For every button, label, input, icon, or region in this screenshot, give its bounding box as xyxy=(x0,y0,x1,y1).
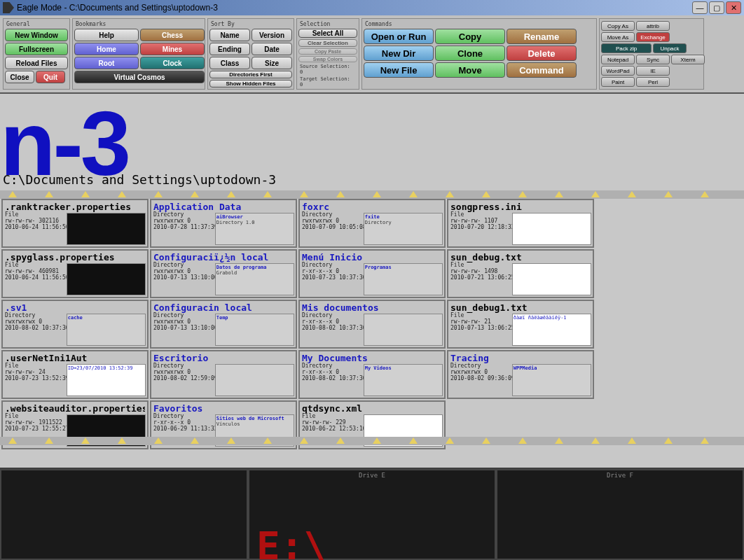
tile-name: .spyglass.properties xyxy=(5,252,145,262)
clear-selection-button[interactable]: Clear Selection xyxy=(298,39,357,47)
file-tile[interactable]: songpress.iniFilerw-rw-rw- 11072010-07-2… xyxy=(447,199,594,248)
main-view[interactable]: n-3 C:\Documents and Settings\uptodown-3… xyxy=(0,94,744,468)
chess-button[interactable]: Chess xyxy=(140,29,205,41)
tile-name: Configuraciï¿½n local xyxy=(153,252,294,262)
tile-name: Escritorio xyxy=(153,353,294,363)
dirs-first-toggle[interactable]: Directories First xyxy=(209,71,292,78)
new-dir-button[interactable]: New Dir xyxy=(364,46,434,61)
xterm-button[interactable]: Xterm xyxy=(671,55,705,64)
command-button[interactable]: Command xyxy=(507,62,577,78)
home-button[interactable]: Home xyxy=(74,43,139,55)
tile-preview: Datos de programaGrabold xyxy=(215,263,294,295)
copy-as-button[interactable]: Copy As xyxy=(601,21,635,31)
tile-name: Menú Inicio xyxy=(302,252,442,262)
file-tile[interactable]: Configuracin localDirectoryrwxrwxrwx 020… xyxy=(150,300,297,349)
tile-preview xyxy=(67,213,146,245)
sort-date-button[interactable]: Date xyxy=(252,43,292,55)
file-grid: .ranktracker.propertiesFilerw-rw-rw- 302… xyxy=(0,199,744,449)
file-tile[interactable]: sun_debug1.txtFilerw-rw-rw- 212010-07-13… xyxy=(447,300,594,349)
drive-label: Drive F xyxy=(497,472,743,479)
root-button[interactable]: Root xyxy=(74,57,139,69)
perl-button[interactable]: Perl xyxy=(636,77,670,87)
sort-version-button[interactable]: Version xyxy=(252,29,292,41)
open-run-button[interactable]: Open or Run xyxy=(364,29,434,44)
tile-preview xyxy=(512,213,591,245)
tile-preview: ðàæï ñäëàæëâàïëÿ-1 xyxy=(512,314,591,346)
copy-paste-button[interactable]: Copy Paste xyxy=(298,48,357,55)
close-button[interactable]: Close xyxy=(5,71,34,83)
sort-size-button[interactable]: Size xyxy=(252,57,292,69)
file-tile[interactable]: .userNetIni1AutFilerw-rw-rw- 242010-07-2… xyxy=(1,350,149,399)
group-label: Commands xyxy=(364,21,595,27)
help-button[interactable]: Help xyxy=(74,29,139,41)
tile-name: songpress.ini xyxy=(450,202,591,212)
select-all-button[interactable]: Select All xyxy=(298,29,357,38)
group-label: Bookmarks xyxy=(74,21,203,27)
file-tile[interactable]: Mis documentosDirectoryr-xr-x--x 02010-0… xyxy=(298,300,446,349)
swap-button[interactable]: Swap Colors xyxy=(298,56,357,62)
sort-class-button[interactable]: Class xyxy=(209,57,250,69)
attrib-button[interactable]: attrib xyxy=(636,21,670,31)
tile-name: sun_debug.txt xyxy=(450,252,591,262)
tile-preview: My Videos xyxy=(364,364,443,396)
file-tile[interactable]: .sv1Directoryrwxrwxrwx 02010-08-02 10:37… xyxy=(1,300,149,349)
file-tile[interactable]: sun_debug.txtFilerw-rw-rw- 14982010-07-2… xyxy=(447,249,594,298)
drive-tile[interactable]: Drive F xyxy=(496,469,744,560)
unpack-button[interactable]: Unpack xyxy=(653,43,687,53)
file-tile[interactable]: Menú InicioDirectoryr-xr-x--x 02010-07-2… xyxy=(298,249,446,298)
sync-button[interactable]: Sync xyxy=(636,55,670,64)
file-tile[interactable]: .ranktracker.propertiesFilerw-rw-rw- 302… xyxy=(1,199,149,248)
group-label: Sort By xyxy=(209,21,292,27)
move-button[interactable]: Move xyxy=(435,62,505,78)
close-window-button[interactable]: ✕ xyxy=(726,1,741,14)
delete-button[interactable]: Delete xyxy=(507,46,577,61)
paint-button[interactable]: Paint xyxy=(601,77,635,87)
new-file-button[interactable]: New File xyxy=(364,62,434,78)
move-as-button[interactable]: Move As xyxy=(601,32,635,42)
tile-preview: WPPMedia xyxy=(512,364,591,396)
notepad-button[interactable]: Notepad xyxy=(601,55,635,64)
reload-button[interactable]: Reload Files xyxy=(5,57,68,69)
maximize-button[interactable]: ▢ xyxy=(709,1,724,14)
virtual-cosmos-button[interactable]: Virtual Cosmos xyxy=(74,71,205,83)
separator-arrows xyxy=(0,437,744,445)
tb-group-window: General New Window Fullscreen Reload Fil… xyxy=(3,18,70,90)
tb-group-nav: Bookmarks Help Chess Home Mines Root Clo… xyxy=(72,18,205,90)
file-tile[interactable]: TracingDirectoryrwxrwxrwx 02010-08-02 09… xyxy=(447,350,594,399)
drives-strip: Drive E E:\ Drive F xyxy=(0,469,744,560)
mines-button[interactable]: Mines xyxy=(140,43,205,55)
ie-button[interactable]: IE xyxy=(636,66,670,76)
file-tile[interactable]: Configuraciï¿½n localDirectoryrwxrwxrwx … xyxy=(150,249,297,298)
tb-group-commands: Commands Open or Run Copy Rename New Dir… xyxy=(361,18,597,90)
clock-button[interactable]: Clock xyxy=(140,57,205,69)
show-hidden-toggle[interactable]: Show Hidden Files xyxy=(209,80,292,88)
file-tile[interactable]: EscritorioDirectoryrwxrwxrwx 02010-08-02… xyxy=(150,350,297,399)
tile-name: .websiteauditor.properties xyxy=(5,403,145,414)
pack-zip-button[interactable]: Pack zip xyxy=(601,43,652,53)
drive-tile[interactable] xyxy=(0,469,248,560)
new-window-button[interactable]: New Window xyxy=(5,29,68,41)
exchange-button[interactable]: Exchange xyxy=(636,32,670,42)
file-tile[interactable]: foxrcDirectoryrwxrwxrwx 02010-07-09 10:0… xyxy=(298,199,446,248)
group-label: Selection xyxy=(298,21,357,27)
tile-name: .userNetIni1Aut xyxy=(5,353,145,363)
drive-tile[interactable]: Drive E E:\ xyxy=(248,469,496,560)
quit-button[interactable]: Quit xyxy=(36,71,65,83)
tile-preview xyxy=(512,263,591,295)
tile-name: My Documents xyxy=(302,353,442,363)
sort-ending-button[interactable]: Ending xyxy=(209,43,250,55)
sort-name-button[interactable]: Name xyxy=(209,29,250,41)
clone-button[interactable]: Clone xyxy=(435,46,505,61)
tile-name: Tracing xyxy=(450,353,591,363)
file-tile[interactable]: .spyglass.propertiesFilerw-rw-rw- 460981… xyxy=(1,249,149,298)
file-tile[interactable]: Application DataDirectoryrwxrwxrwx 02010… xyxy=(150,199,297,248)
wordpad-button[interactable]: WordPad xyxy=(601,66,635,76)
tile-name: Configuracin local xyxy=(153,302,294,313)
file-tile[interactable]: My DocumentsDirectoryr-xr-x--x 02010-08-… xyxy=(298,350,446,399)
tile-name: qtdsync.xml xyxy=(302,403,442,414)
tile-preview: cache xyxy=(67,314,146,346)
copy-button[interactable]: Copy xyxy=(435,29,505,44)
rename-button[interactable]: Rename xyxy=(507,29,577,44)
fullscreen-button[interactable]: Fullscreen xyxy=(5,43,68,55)
minimize-button[interactable]: — xyxy=(692,1,708,14)
